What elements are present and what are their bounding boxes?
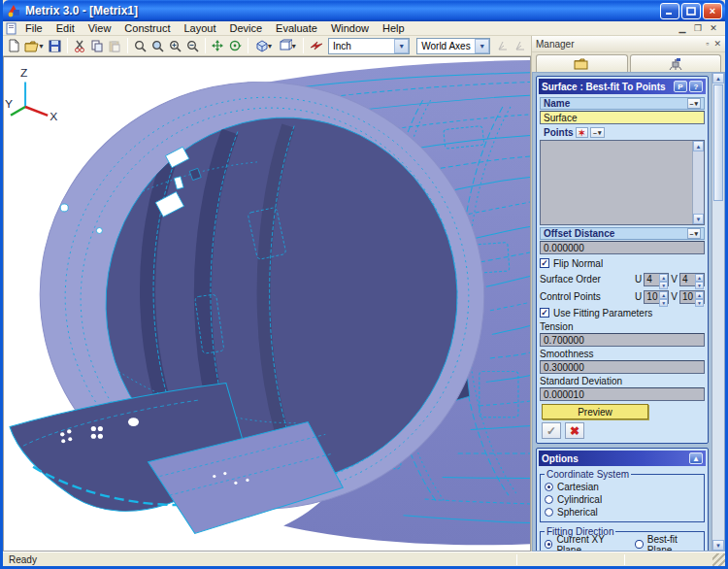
cut-button[interactable]	[72, 37, 88, 54]
radio-cartesian[interactable]: Cartesian	[545, 481, 700, 493]
cancel-button[interactable]: ✖	[565, 422, 584, 439]
offset-distance-label: Offset Distance	[544, 228, 614, 239]
paste-button[interactable]	[107, 37, 123, 54]
manager-body: Surface : Best-fit To Points P ? Name –▾…	[533, 73, 711, 551]
offset-options-button[interactable]: –▾	[687, 228, 701, 239]
menu-file[interactable]: File	[18, 21, 50, 35]
axis-triad: Z Y X	[5, 66, 57, 123]
save-button[interactable]	[47, 37, 63, 54]
radio-cylindrical[interactable]: Cylindrical	[545, 493, 700, 506]
name-options-button[interactable]: –▾	[687, 98, 701, 109]
points-pick-button[interactable]: ✶	[576, 127, 589, 138]
pan-button[interactable]	[210, 37, 226, 54]
status-text: Ready	[3, 554, 43, 565]
undock-icon[interactable]: ▫	[706, 39, 709, 49]
close-button[interactable]: ×	[703, 3, 722, 19]
surface-order-u-spinner[interactable]: 4 ▲▼	[644, 273, 669, 286]
mdi-close-icon[interactable]: ✕	[708, 23, 719, 33]
magnifier-blue-icon	[151, 40, 164, 52]
close-icon[interactable]: ✕	[713, 39, 721, 49]
points-label: Points	[544, 127, 574, 138]
axes-tool-button-1[interactable]	[494, 37, 511, 54]
pin-button[interactable]: P	[674, 81, 687, 92]
chevron-down-icon[interactable]: ▼	[475, 39, 489, 53]
scrollbar-thumb[interactable]	[713, 84, 723, 201]
menu-construct[interactable]: Construct	[117, 21, 177, 35]
offset-distance-input[interactable]: 0.000000	[540, 241, 705, 254]
instrument-tab[interactable]	[630, 54, 722, 72]
apply-button[interactable]: ✓	[542, 422, 561, 439]
use-fitting-checkbox[interactable]: ✓ Use Fitting Parameters	[540, 306, 705, 319]
name-input[interactable]: Surface	[540, 111, 705, 124]
open-file-button[interactable]: ▼	[23, 37, 46, 54]
zoom-out-button[interactable]	[184, 37, 201, 54]
preview-button[interactable]: Preview	[542, 404, 648, 419]
flip-normal-checkbox[interactable]: ✓ Flip Normal	[540, 256, 705, 270]
resize-grip[interactable]	[712, 553, 725, 566]
smoothness-input[interactable]: 0.300000	[540, 360, 705, 374]
viewport-3d[interactable]: Z Y X	[3, 56, 531, 552]
spin-up-icon[interactable]: ▲	[659, 274, 668, 282]
spin-up-icon[interactable]: ▲	[695, 291, 704, 299]
menu-evaluate[interactable]: Evaluate	[269, 21, 324, 35]
tension-value: 0.700000	[544, 335, 584, 346]
copy-button[interactable]	[89, 37, 106, 54]
spin-up-icon[interactable]: ▲	[659, 291, 668, 299]
maximize-button[interactable]	[681, 3, 701, 19]
toolbar: ▼	[3, 36, 531, 56]
menu-view[interactable]: View	[82, 21, 118, 35]
spin-down-icon[interactable]: ▼	[695, 299, 704, 307]
scroll-down-icon[interactable]: ▼	[712, 540, 724, 551]
zoom-in-button[interactable]	[167, 37, 183, 54]
radio-spherical[interactable]: Spherical	[545, 506, 700, 519]
minimize-button[interactable]	[660, 3, 679, 19]
spin-up-icon[interactable]: ▲	[695, 274, 704, 282]
rotate-button[interactable]	[227, 37, 244, 54]
points-options-button[interactable]: –▾	[590, 127, 604, 138]
mdi-window-controls[interactable]: ▁ ❐ ✕	[677, 23, 723, 33]
spin-down-icon[interactable]: ▼	[659, 282, 668, 289]
chevron-down-icon[interactable]: ▼	[394, 39, 409, 53]
document-icon	[5, 22, 18, 35]
folder-tab[interactable]	[536, 54, 628, 72]
name-label: Name	[544, 98, 570, 109]
device-connect-button[interactable]	[308, 37, 324, 54]
axes-combo[interactable]: World Axes ▼	[416, 38, 490, 54]
spin-down-icon[interactable]: ▼	[659, 299, 668, 307]
surface-order-v-spinner[interactable]: 4 ▲▼	[679, 273, 705, 286]
zoom-window-button[interactable]	[132, 37, 149, 54]
control-points-u-spinner[interactable]: 10 ▲▼	[644, 290, 669, 304]
collapse-button[interactable]: ▲	[689, 452, 703, 464]
scroll-up-icon[interactable]: ▲	[693, 141, 704, 151]
pan-arrows-icon	[211, 39, 224, 52]
menu-window[interactable]: Window	[324, 21, 376, 35]
axes-tool-button-2[interactable]	[512, 37, 528, 54]
spin-down-icon[interactable]: ▼	[695, 282, 704, 289]
control-points-v-spinner[interactable]: 10 ▲▼	[679, 290, 705, 304]
fuselage-model[interactable]: Z Y X	[4, 57, 530, 551]
menu-edit[interactable]: Edit	[50, 21, 82, 35]
menu-help[interactable]: Help	[376, 21, 412, 35]
mdi-restore-icon[interactable]: ❐	[692, 23, 704, 33]
render-mode-button[interactable]: ▼	[276, 37, 299, 54]
points-scrollbar[interactable]: ▲ ▼	[692, 141, 704, 224]
units-combo[interactable]: Inch ▼	[328, 38, 410, 54]
standard-deviation-input[interactable]: 0.000010	[540, 387, 705, 401]
floppy-icon	[49, 40, 61, 52]
help-button[interactable]: ?	[689, 81, 703, 92]
menu-layout[interactable]: Layout	[177, 21, 222, 35]
manager-scrollbar[interactable]: ▲ ▼	[711, 73, 724, 551]
zoom-dynamic-button[interactable]	[149, 37, 166, 54]
scroll-up-icon[interactable]: ▲	[712, 73, 724, 84]
view-orientation-button[interactable]: ▼	[252, 37, 276, 54]
manager-title-bar[interactable]: Manager ▫ ✕	[532, 36, 725, 52]
radio-current-xy-plane[interactable]: Current XY Plane	[545, 538, 625, 551]
mdi-minimize-icon[interactable]: ▁	[677, 23, 688, 33]
points-listbox[interactable]: ▲ ▼	[540, 140, 705, 225]
name-label-row: Name –▾	[540, 97, 705, 110]
menu-device[interactable]: Device	[222, 21, 269, 35]
radio-best-fit-plane[interactable]: Best-fit Plane	[635, 538, 700, 551]
scroll-down-icon[interactable]: ▼	[693, 214, 704, 224]
tension-input[interactable]: 0.700000	[540, 333, 705, 347]
new-file-button[interactable]	[6, 37, 22, 54]
